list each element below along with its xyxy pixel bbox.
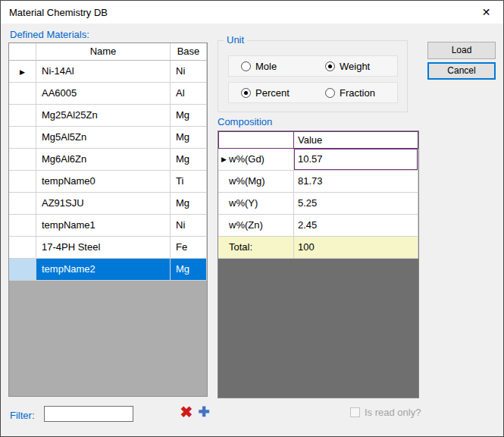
table-row[interactable]: w%(Zn) 2.45 — [218, 215, 418, 237]
material-base-cell[interactable]: Ni — [171, 61, 207, 83]
component-label: w%(Y) — [229, 197, 258, 209]
add-material-button[interactable]: ✚ — [195, 402, 213, 422]
material-name-cell[interactable]: AA6005 — [36, 83, 171, 105]
materials-grid[interactable]: Name Base ▶ Ni-14Al Ni AA6005 Al Mg25Al2… — [8, 42, 208, 397]
radio-checked-icon — [325, 61, 335, 71]
material-name-cell[interactable]: tempName1 — [36, 215, 171, 237]
radio-label: Fraction — [340, 87, 375, 99]
total-label-cell: Total: — [218, 237, 294, 259]
material-base-cell[interactable]: Ni — [171, 215, 207, 237]
row-indicator-header — [9, 43, 36, 61]
composition-grid[interactable]: Value ▶ w%(Gd) 10.57 w%(Mg) 81.73 w%(Y) … — [218, 130, 419, 398]
unit-row-1: Mole Weight — [228, 55, 398, 77]
title-bar[interactable]: Material Chemistry DB ✕ — [1, 1, 503, 24]
readonly-label: Is read only? — [365, 407, 421, 418]
component-cell: ▶ w%(Gd) — [218, 149, 294, 171]
value-cell[interactable]: 2.45 — [294, 215, 418, 237]
radio-unchecked-icon — [241, 61, 251, 71]
material-name-cell[interactable]: AZ91SJU — [36, 193, 171, 215]
value-cell[interactable]: 5.25 — [294, 193, 418, 215]
material-name-cell[interactable]: tempName2 — [36, 259, 171, 281]
delete-icon: ✖ — [180, 404, 193, 420]
material-name-cell[interactable]: Ni-14Al — [36, 61, 171, 83]
checkbox-icon — [350, 407, 360, 417]
material-base-cell[interactable]: Ti — [171, 171, 207, 193]
composition-grid-header: Value — [218, 131, 418, 149]
filter-input[interactable] — [44, 406, 133, 422]
table-row[interactable]: tempName0 Ti — [9, 171, 207, 193]
radio-unchecked-icon — [325, 88, 335, 98]
value-cell-current[interactable]: 10.57 — [294, 149, 418, 171]
total-row: Total: 100 — [218, 237, 418, 259]
table-row[interactable]: tempName1 Ni — [9, 215, 207, 237]
row-indicator — [9, 83, 36, 105]
current-row-arrow: ▶ — [20, 68, 25, 76]
name-column-header[interactable]: Name — [36, 43, 171, 61]
material-name-cell[interactable]: Mg25Al25Zn — [36, 105, 171, 127]
row-indicator — [9, 193, 36, 215]
component-column-header — [219, 132, 294, 148]
material-base-cell[interactable]: Mg — [171, 127, 207, 149]
component-cell: w%(Mg) — [218, 171, 294, 193]
material-base-cell[interactable]: Al — [171, 83, 207, 105]
table-row[interactable]: Mg6Al6Zn Mg — [9, 149, 207, 171]
material-name-cell[interactable]: tempName0 — [36, 171, 171, 193]
radio-label: Weight — [340, 61, 370, 72]
table-row[interactable]: ▶ Ni-14Al Ni — [9, 61, 207, 83]
radio-label: Percent — [255, 87, 290, 99]
component-label: w%(Mg) — [229, 175, 265, 187]
material-chemistry-db-dialog: Material Chemistry DB ✕ Defined Material… — [0, 0, 504, 437]
radio-fraction[interactable]: Fraction — [325, 83, 375, 102]
radio-percent[interactable]: Percent — [241, 83, 290, 102]
row-indicator: ▶ — [9, 61, 36, 83]
delete-material-button[interactable]: ✖ — [177, 402, 196, 422]
material-base-cell[interactable]: Mg — [171, 149, 207, 171]
load-button[interactable]: Load — [427, 42, 496, 59]
component-cell: w%(Zn) — [218, 215, 294, 237]
component-label: w%(Gd) — [229, 153, 265, 165]
readonly-checkbox[interactable]: Is read only? — [350, 407, 421, 418]
row-indicator — [9, 215, 36, 237]
table-row[interactable]: w%(Y) 5.25 — [218, 193, 418, 215]
row-indicator — [9, 259, 36, 281]
radio-mole[interactable]: Mole — [241, 56, 277, 76]
material-base-cell[interactable]: Fe — [171, 237, 207, 259]
row-indicator — [9, 105, 36, 127]
defined-materials-label: Defined Materials: — [10, 29, 89, 40]
radio-checked-icon — [241, 88, 251, 98]
close-button[interactable]: ✕ — [469, 1, 503, 24]
add-icon: ✚ — [198, 404, 209, 420]
current-row-arrow: ▶ — [221, 149, 227, 170]
total-value-cell: 100 — [294, 237, 418, 259]
base-column-header[interactable]: Base — [171, 43, 207, 61]
table-row[interactable]: AZ91SJU Mg — [9, 193, 207, 215]
radio-weight[interactable]: Weight — [325, 56, 370, 76]
material-base-cell[interactable]: Mg — [171, 105, 207, 127]
table-row[interactable]: Mg5Al5Zn Mg — [9, 127, 207, 149]
value-column-header[interactable]: Value — [294, 132, 418, 148]
row-indicator — [9, 171, 36, 193]
table-row[interactable]: ▶ w%(Gd) 10.57 — [218, 149, 418, 171]
component-label: w%(Zn) — [229, 219, 263, 231]
material-name-cell[interactable]: 17-4PH Steel — [36, 237, 171, 259]
window-title: Material Chemistry DB — [9, 7, 108, 18]
unit-row-2: Percent Fraction — [228, 82, 398, 103]
table-row[interactable]: Mg25Al25Zn Mg — [9, 105, 207, 127]
table-row-selected[interactable]: tempName2 Mg — [9, 259, 207, 281]
row-indicator — [9, 127, 36, 149]
component-cell: w%(Y) — [218, 193, 294, 215]
cancel-button[interactable]: Cancel — [427, 62, 496, 80]
filter-label: Filter: — [10, 410, 35, 421]
unit-groupbox: Unit Mole Weight Percent Fraction — [218, 40, 408, 112]
composition-label: Composition — [218, 116, 272, 127]
table-row[interactable]: w%(Mg) 81.73 — [218, 171, 418, 193]
close-icon: ✕ — [482, 6, 491, 18]
table-row[interactable]: AA6005 Al — [9, 83, 207, 105]
row-indicator — [9, 149, 36, 171]
material-name-cell[interactable]: Mg6Al6Zn — [36, 149, 171, 171]
material-base-cell[interactable]: Mg — [171, 193, 207, 215]
table-row[interactable]: 17-4PH Steel Fe — [9, 237, 207, 259]
material-name-cell[interactable]: Mg5Al5Zn — [36, 127, 171, 149]
material-base-cell[interactable]: Mg — [171, 259, 207, 281]
value-cell[interactable]: 81.73 — [294, 171, 418, 193]
